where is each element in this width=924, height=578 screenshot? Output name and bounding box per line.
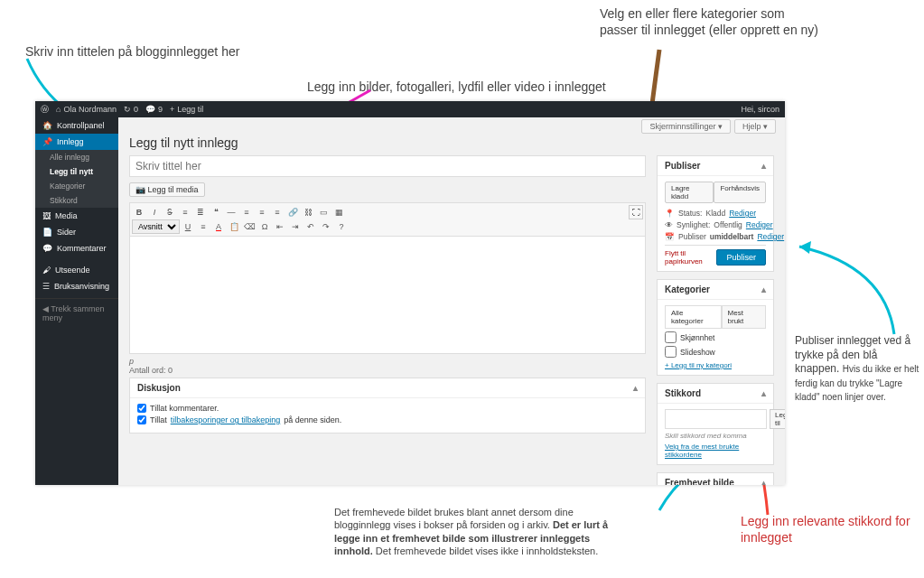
add-tag-button[interactable]: Legg til [770,409,785,429]
discussion-metabox: Diskusjon▴ Tillat kommentarer. Tillat ti… [129,378,646,434]
number-list-icon[interactable]: ≣ [193,205,208,219]
add-media-button[interactable]: 📷 Legg til media [129,182,205,197]
annotation-featured: Det fremhevede bildet brukes blant annet… [334,506,623,557]
tab-all-categories[interactable]: Alle kategorier [665,305,722,328]
post-title-input[interactable] [129,155,646,177]
italic-icon[interactable]: I [147,205,162,219]
move-to-trash-link[interactable]: Flytt til papirkurven [665,249,716,266]
annotation-tags: Legg inn relevante stikkord for innlegge… [741,513,921,545]
help-icon[interactable]: ? [334,219,349,234]
edit-schedule-link[interactable]: Rediger [757,232,784,241]
paste-text-icon[interactable]: 📋 [227,219,241,234]
strike-icon[interactable]: S̶ [163,205,177,219]
align-right-icon[interactable]: ≡ [270,205,285,219]
admin-sidebar: 🏠 Kontrollpanel 📌 Innlegg Alle innlegg L… [35,117,118,485]
page-heading: Legg til nytt innlegg [129,135,774,150]
clear-format-icon[interactable]: ⌫ [242,219,257,234]
special-char-icon[interactable]: Ω [257,219,272,234]
calendar-icon: 📅 [665,232,675,241]
menu-appearance[interactable]: 🖌 Utseende [35,262,118,278]
wp-logo[interactable]: ⓦ [41,104,49,116]
wordcount: p Antall ord: 0 [129,354,646,378]
edit-status-link[interactable]: Rediger [729,209,756,218]
help-button[interactable]: Hjelp ▾ [734,119,776,134]
preview-button[interactable]: Forhåndsvis [714,182,766,203]
fullscreen-icon[interactable]: ⛶ [629,205,643,219]
undo-icon[interactable]: ↶ [303,219,318,234]
popular-tags-link[interactable]: Velg fra de mest brukte stikkordene [665,443,766,459]
tag-hint: Skill stikkord med komma [665,432,766,440]
submenu-new-post[interactable]: Legg til nytt [35,164,118,179]
toggle-icon[interactable]: ▴ [761,284,766,294]
redo-icon[interactable]: ↷ [319,219,333,234]
category-checkbox[interactable]: Skjønnhet [665,331,766,343]
hr-icon[interactable]: — [224,205,238,219]
publish-button[interactable]: Publiser [716,249,766,266]
admin-topbar: ⓦ ⌂ Ola Nordmann ↻ 0 💬 9 + Legg til Hei,… [35,101,785,117]
annotation-publish: Publiser innlegget ved å trykke på den b… [795,334,921,405]
category-checkbox[interactable]: Slideshow [665,346,766,358]
toggle-icon[interactable]: ▴ [761,161,766,171]
comments-count[interactable]: 💬 9 [145,105,163,114]
menu-media[interactable]: 🖼 Media [35,208,118,224]
featured-image-metabox: Fremhevet bilde▴ Bestem fremhevet bilde [657,472,774,485]
submenu-tags[interactable]: Stikkord [35,193,118,208]
collapse-menu[interactable]: ◀ Trekk sammen meny [35,298,118,328]
menu-comments[interactable]: 💬 Kommentarer [35,240,118,256]
quote-icon[interactable]: ❝ [209,205,223,219]
screen-options-button[interactable]: Skjerminnstillinger ▾ [641,119,731,134]
categories-metabox: Kategorier▴ Alle kategorier Mest brukt S… [657,279,774,376]
eye-icon: 👁 [665,220,673,229]
format-select[interactable]: Avsnitt [132,219,180,234]
wordpress-admin-frame: ⓦ ⌂ Ola Nordmann ↻ 0 💬 9 + Legg til Hei,… [35,101,785,485]
align-left-icon[interactable]: ≡ [239,205,254,219]
underline-icon[interactable]: U [181,219,195,234]
toggle-icon[interactable]: ▴ [761,388,766,398]
indent-icon[interactable]: ⇥ [288,219,303,234]
add-category-link[interactable]: + Legg til ny kategori [665,361,766,369]
svg-marker-6 [799,241,811,254]
submenu-all-posts[interactable]: Alle innlegg [35,150,118,164]
align-justify-icon[interactable]: ≡ [196,219,210,234]
publish-metabox: Publiser▴ Lagre kladd Forhåndsvis 📍Statu… [657,155,774,272]
greeting[interactable]: Hei, sircon [741,105,779,114]
menu-pages[interactable]: 📄 Sider [35,224,118,240]
annotation-title: Skriv inn tittelen på blogginnlegget her [25,43,239,60]
toggle-icon[interactable]: ▴ [633,383,638,393]
menu-manual[interactable]: ☰ Bruksanvisning [35,278,118,294]
menu-dashboard[interactable]: 🏠 Kontrollpanel [35,117,118,134]
outdent-icon[interactable]: ⇤ [273,219,287,234]
site-name[interactable]: ⌂ Ola Nordmann [56,105,117,114]
allow-pings-checkbox[interactable]: Tillat tilbakesporinger og tilbakeping p… [137,415,638,424]
kitchen-sink-icon[interactable]: ▦ [331,205,346,219]
align-center-icon[interactable]: ≡ [255,205,269,219]
tags-metabox: Stikkord▴ Legg til Skill stikkord med ko… [657,383,774,465]
editor-toolbar: B I S̶ ≡ ≣ ❝ — ≡ ≡ ≡ 🔗 ⛓ ▭ [129,202,646,237]
bullet-list-icon[interactable]: ≡ [178,205,192,219]
toggle-icon[interactable]: ▴ [761,478,766,485]
bold-icon[interactable]: B [132,205,146,219]
pin-icon: 📍 [665,209,675,218]
unlink-icon[interactable]: ⛓ [301,205,315,219]
textcolor-icon[interactable]: A [211,219,226,234]
arrow-publish [786,239,903,339]
link-icon[interactable]: 🔗 [285,205,300,219]
trackback-link[interactable]: tilbakesporinger og tilbakeping [171,415,281,424]
add-new[interactable]: + Legg til [170,105,203,114]
annotation-category: Velg en eller flere kategorier som passe… [600,5,826,38]
updates-count[interactable]: ↻ 0 [124,105,138,114]
annotation-media: Legg inn bilder, fotogalleri, lydfil ell… [307,79,606,95]
allow-comments-checkbox[interactable]: Tillat kommentarer. [137,404,638,413]
menu-posts[interactable]: 📌 Innlegg [35,134,118,150]
tab-most-used[interactable]: Mest brukt [722,305,766,328]
readmore-icon[interactable]: ▭ [316,205,331,219]
editor-content[interactable] [129,237,646,354]
tag-input[interactable] [665,409,767,429]
edit-visibility-link[interactable]: Rediger [746,220,773,229]
save-draft-button[interactable]: Lagre kladd [665,182,714,203]
submenu-categories[interactable]: Kategorier [35,179,118,193]
main-content: Skjerminnstillinger ▾ Hjelp ▾ Legg til n… [118,117,785,485]
